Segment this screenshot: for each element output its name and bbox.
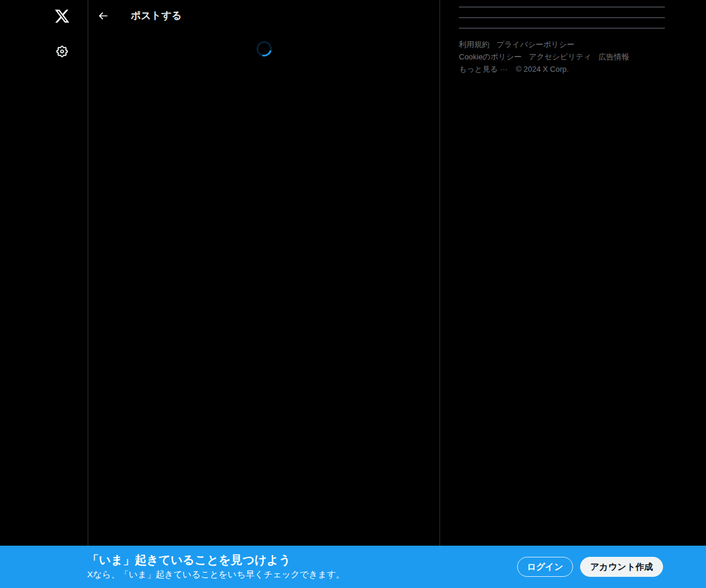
footer-link-cookies[interactable]: Cookieのポリシー [459,51,522,63]
loading-area [88,31,439,56]
main-column: ポストする [88,0,440,546]
page-header: ポストする [88,0,439,31]
banner-actions: ログイン アカウント作成 [517,557,663,577]
right-sidebar: 利用規約プライバシーポリシーCookieのポリシーアクセシビリティ広告情報もっと… [441,0,706,546]
x-logo-icon [54,8,70,24]
x-home-button[interactable] [51,5,73,27]
page-title: ポストする [131,9,182,22]
skeleton-line [459,6,665,8]
signup-banner: 「いま」起きていることを見つけよう Xなら、「いま」起きていることをいち早くチェ… [0,546,706,588]
loading-spinner [254,38,275,59]
banner-heading: 「いま」起きていることを見つけよう [87,553,345,567]
footer-link-privacy[interactable]: プライバシーポリシー [497,38,574,51]
settings-button[interactable] [51,40,73,62]
footer-link-accessibility[interactable]: アクセシビリティ [529,51,591,63]
footer-link-ads-info[interactable]: 広告情報 [598,51,629,63]
x-app: ポストする 利用規約プライバシーポリシーCookieのポリシーアクセシビリティ広… [0,0,706,588]
login-button[interactable]: ログイン [517,557,573,577]
back-arrow-icon [97,10,109,22]
skeleton-line [459,28,665,29]
footer-link-terms[interactable]: 利用規約 [459,38,489,51]
banner-subtitle: Xなら、「いま」起きていることをいち早くチェックできます。 [87,569,345,580]
copyright-text: © 2024 X Corp. [516,63,569,75]
gear-icon [55,45,69,58]
signup-button[interactable]: アカウント作成 [580,557,663,577]
legal-footer: 利用規約プライバシーポリシーCookieのポリシーアクセシビリティ広告情報もっと… [459,38,637,75]
back-button[interactable] [93,6,113,26]
skeleton-line [459,17,665,18]
footer-link-more[interactable]: もっと見る ··· [459,63,508,75]
right-sidebar-content: 利用規約プライバシーポリシーCookieのポリシーアクセシビリティ広告情報もっと… [459,0,665,75]
banner-text: 「いま」起きていることを見つけよう Xなら、「いま」起きていることをいち早くチェ… [87,553,345,580]
left-nav-rail [0,0,88,546]
